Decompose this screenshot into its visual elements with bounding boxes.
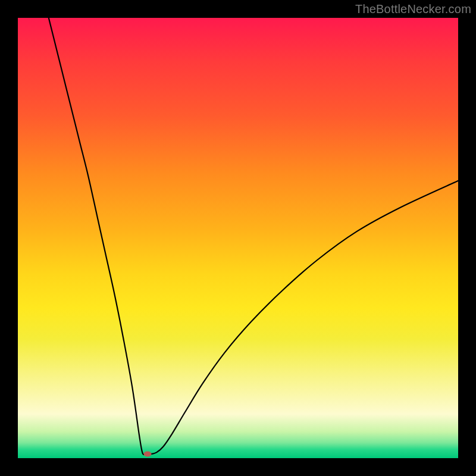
plot-area — [18, 18, 458, 458]
bottleneck-curve — [18, 18, 458, 458]
chart-frame: TheBottleNecker.com — [0, 0, 476, 476]
watermark-text: TheBottleNecker.com — [355, 2, 471, 16]
optimal-point-marker — [144, 451, 152, 456]
